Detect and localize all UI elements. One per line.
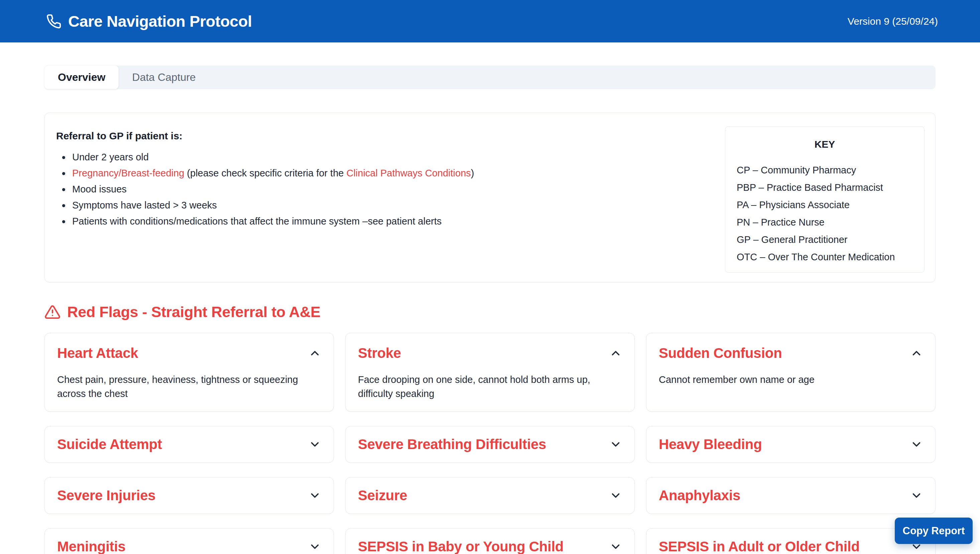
chevron-down-icon[interactable] xyxy=(609,540,622,553)
chevron-down-icon[interactable] xyxy=(309,489,321,502)
chevron-up-icon[interactable] xyxy=(910,347,923,360)
redflag-card-meningitis[interactable]: Meningitis xyxy=(45,528,334,554)
card-title: Anaphylaxis xyxy=(659,487,740,503)
red-flags-title: Red Flags - Straight Referral to A&E xyxy=(67,304,320,320)
card-title: Sudden Confusion xyxy=(659,345,782,361)
redflag-card-heavy-bleeding[interactable]: Heavy Bleeding xyxy=(646,426,935,463)
referral-bullet: Under 2 years old xyxy=(70,149,474,165)
card-title: Heart Attack xyxy=(57,345,138,361)
card-title: Meningitis xyxy=(57,539,126,554)
key-title: KEY xyxy=(737,138,913,150)
key-item-pn: PN – Practice Nurse xyxy=(737,213,913,231)
key-item-gp: GP – General Practitioner xyxy=(737,231,913,248)
chevron-down-icon[interactable] xyxy=(910,438,923,451)
pregnancy-link[interactable]: Pregnancy/Breast-feeding xyxy=(72,168,184,178)
bullet-text: (please check specific criteria for the xyxy=(184,168,346,178)
main-content: Overview Data Capture Referral to GP if … xyxy=(0,65,980,554)
bullet-text: Under 2 years old xyxy=(72,152,149,162)
redflag-card-seizure[interactable]: Seizure xyxy=(345,477,635,514)
referral-bullet: Symptoms have lasted > 3 weeks xyxy=(70,197,474,213)
chevron-down-icon[interactable] xyxy=(609,489,622,502)
card-body: Chest pain, pressure, heaviness, tightne… xyxy=(57,373,306,401)
redflag-card-severe-injuries[interactable]: Severe Injuries xyxy=(45,477,334,514)
card-body: Face drooping on one side, cannot hold b… xyxy=(358,373,607,401)
version-label: Version 9 (25/09/24) xyxy=(848,16,938,27)
tab-overview[interactable]: Overview xyxy=(45,65,119,89)
abbreviation-key-panel: KEY CP – Community Pharmacy PBP – Practi… xyxy=(725,126,924,273)
tab-data-capture[interactable]: Data Capture xyxy=(119,65,209,89)
red-flags-heading: Red Flags - Straight Referral to A&E xyxy=(45,304,935,320)
red-flag-cards-grid: Heart Attack Chest pain, pressure, heavi… xyxy=(45,333,935,554)
chevron-up-icon[interactable] xyxy=(609,347,622,360)
redflag-card-sepsis-baby-young-child[interactable]: SEPSIS in Baby or Young Child xyxy=(345,528,635,554)
card-body: Cannot remember own name or age xyxy=(659,373,908,387)
redflag-card-heart-attack[interactable]: Heart Attack Chest pain, pressure, heavi… xyxy=(45,333,334,412)
referral-heading: Referral to GP if patient is: xyxy=(56,130,474,142)
referral-criteria: Referral to GP if patient is: Under 2 ye… xyxy=(56,126,474,269)
clinical-pathways-link[interactable]: Clinical Pathways Conditions xyxy=(346,168,471,178)
referral-bullet: Mood issues xyxy=(70,181,474,197)
redflag-card-sepsis-adult-older-child[interactable]: SEPSIS in Adult or Older Child xyxy=(646,528,935,554)
redflag-card-anaphylaxis[interactable]: Anaphylaxis xyxy=(646,477,935,514)
key-item-pa: PA – Physicians Associate xyxy=(737,196,913,213)
app-header: Care Navigation Protocol Version 9 (25/0… xyxy=(0,0,980,43)
bullet-text: Symptoms have lasted > 3 weeks xyxy=(72,200,217,210)
tab-bar: Overview Data Capture xyxy=(45,65,935,89)
phone-icon xyxy=(46,14,62,29)
card-title: Severe Injuries xyxy=(57,487,155,503)
card-title: Severe Breathing Difficulties xyxy=(358,436,546,452)
referral-bullet-list: Under 2 years old Pregnancy/Breast-feedi… xyxy=(56,149,474,229)
redflag-card-suicide-attempt[interactable]: Suicide Attempt xyxy=(45,426,334,463)
referral-info-panel: Referral to GP if patient is: Under 2 ye… xyxy=(45,113,935,282)
redflag-card-severe-breathing-difficulties[interactable]: Severe Breathing Difficulties xyxy=(345,426,635,463)
card-title: Stroke xyxy=(358,345,401,361)
key-item-otc: OTC – Over The Counter Medication xyxy=(737,248,913,266)
page-title: Care Navigation Protocol xyxy=(68,12,252,30)
warning-triangle-icon xyxy=(45,304,61,320)
copy-report-button[interactable]: Copy Report xyxy=(895,517,973,544)
redflag-card-sudden-confusion[interactable]: Sudden Confusion Cannot remember own nam… xyxy=(646,333,935,412)
chevron-down-icon[interactable] xyxy=(309,540,321,553)
bullet-text: ) xyxy=(471,168,474,178)
chevron-down-icon[interactable] xyxy=(609,438,622,451)
chevron-down-icon[interactable] xyxy=(910,489,923,502)
card-title: SEPSIS in Adult or Older Child xyxy=(659,539,860,554)
referral-bullet: Patients with conditions/medications tha… xyxy=(70,213,474,229)
chevron-up-icon[interactable] xyxy=(309,347,321,360)
key-item-pbp: PBP – Practice Based Pharmacist xyxy=(737,179,913,196)
referral-bullet: Pregnancy/Breast-feeding (please check s… xyxy=(70,165,474,181)
card-title: SEPSIS in Baby or Young Child xyxy=(358,539,564,554)
card-title: Seizure xyxy=(358,487,407,503)
card-title: Heavy Bleeding xyxy=(659,436,762,452)
bullet-text: Patients with conditions/medications tha… xyxy=(72,216,441,226)
bullet-text: Mood issues xyxy=(72,184,127,194)
redflag-card-stroke[interactable]: Stroke Face drooping on one side, cannot… xyxy=(345,333,635,412)
key-item-cp: CP – Community Pharmacy xyxy=(737,161,913,179)
card-title: Suicide Attempt xyxy=(57,436,162,452)
chevron-down-icon[interactable] xyxy=(309,438,321,451)
